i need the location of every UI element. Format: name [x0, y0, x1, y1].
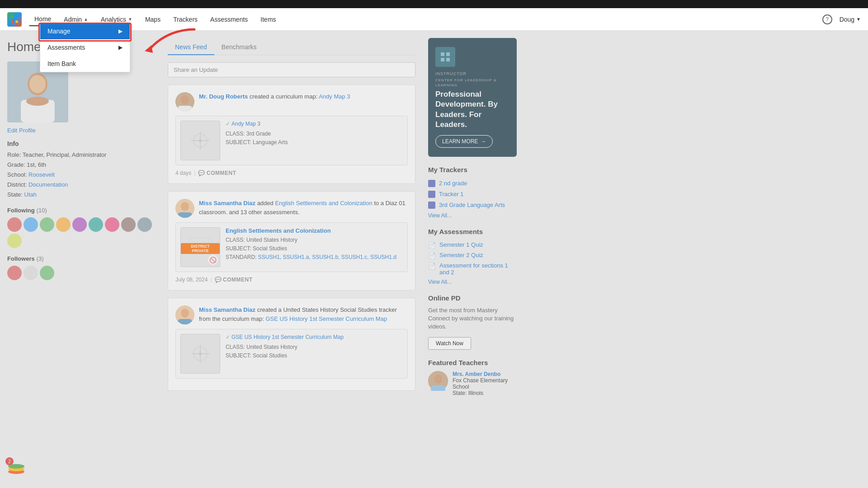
app-logo[interactable]	[7, 12, 22, 27]
nav-items[interactable]: Items	[255, 13, 281, 26]
nav-items: Home Admin ▲ Analytics ▼ Maps Trackers A…	[29, 13, 822, 26]
nav-maps[interactable]: Maps	[140, 13, 166, 26]
analytics-chevron-icon: ▼	[128, 17, 132, 22]
assessments-arrow-icon: ▶	[118, 44, 123, 51]
user-chevron-icon: ▼	[856, 17, 861, 22]
dropdown-item-bank[interactable]: Item Bank	[40, 56, 130, 72]
dropdown-assessments[interactable]: Assessments ▶	[40, 39, 130, 56]
page-dim-overlay	[0, 31, 868, 488]
svg-point-0	[11, 16, 14, 19]
dropdown-manage[interactable]: Manage ▶	[40, 23, 130, 39]
nav-right: ? Doug ▼	[822, 14, 861, 24]
svg-point-1	[15, 16, 18, 19]
help-button[interactable]: ?	[822, 14, 832, 24]
analytics-dropdown: Manage ▶ Assessments ▶ Item Bank	[40, 23, 130, 72]
user-menu-button[interactable]: Doug ▼	[840, 16, 861, 23]
admin-chevron-icon: ▲	[84, 17, 88, 22]
nav-assessments[interactable]: Assessments	[205, 13, 253, 26]
nav-trackers[interactable]: Trackers	[168, 13, 203, 26]
svg-point-3	[15, 20, 18, 23]
navbar: Home Admin ▲ Analytics ▼ Maps Trackers A…	[0, 8, 868, 31]
top-bar	[0, 0, 868, 8]
svg-point-2	[11, 20, 14, 23]
manage-arrow-icon: ▶	[118, 28, 123, 34]
